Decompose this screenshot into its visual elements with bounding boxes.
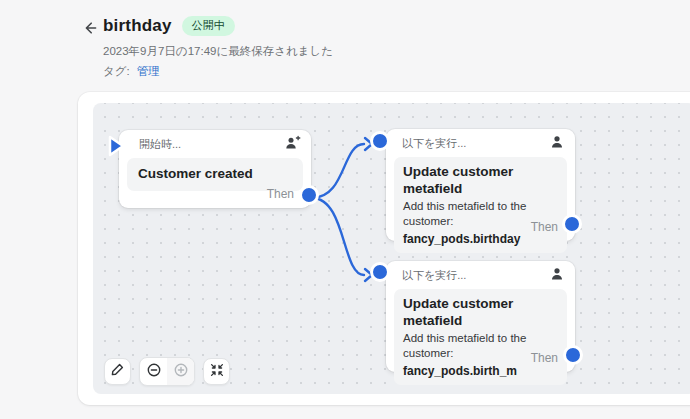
trigger-start-icon [108,135,126,161]
trigger-header-label: 開始時... [139,137,181,152]
trigger-event-name: Customer created [136,165,294,184]
action-header-label: 以下を実行... [402,268,466,283]
action-detail-box: Update customer metafield Add this metaf… [394,157,567,253]
trigger-then-port[interactable] [299,185,319,205]
customer-icon [549,134,565,154]
action1-input-port [370,131,390,151]
page-header: birthday 公開中 2023年9月7日の17:49に最終保存されました タ… [0,0,690,92]
fit-view-icon [209,362,225,382]
action-title: Update customer metafield [403,296,558,330]
plus-circle-icon [173,362,189,382]
customer-icon [549,266,565,286]
action2-input-port [370,262,390,282]
zoom-controls [139,357,195,386]
status-badge: 公開中 [182,16,235,35]
trigger-then-label: Then [267,187,294,201]
last-saved-text: 2023年9月7日の17:49に最終保存されました [103,44,333,59]
minus-circle-icon [146,362,162,382]
zoom-out-button[interactable] [140,358,167,385]
action-detail-box: Update customer metafield Add this metaf… [394,289,567,385]
action-metafield-key: fancy_pods.birth_m [403,364,558,378]
trigger-event-box: Customer created [127,158,303,191]
edit-workflow-button[interactable] [104,358,131,385]
action-then-label: Then [531,220,558,234]
arrow-left-icon [82,20,98,40]
zoom-in-button[interactable] [167,358,194,385]
canvas-toolbar [104,357,230,386]
back-button[interactable] [80,20,100,40]
tags-manage-link[interactable]: 管理 [137,64,160,79]
action-title: Update customer metafield [403,164,558,198]
page-title: birthday [103,16,172,36]
fit-view-button[interactable] [203,358,230,385]
action1-then-port[interactable] [562,214,582,234]
workflow-canvas-panel: 開始時... Customer created Then 以下を実行... [78,92,690,405]
action-header-label: 以下を実行... [402,136,466,151]
action2-then-port[interactable] [563,345,583,365]
action-then-label: Then [531,351,558,365]
trigger-node[interactable]: 開始時... Customer created Then [119,130,311,208]
customer-add-icon [284,135,301,155]
tags-row: タグ: 管理 [103,64,160,79]
pencil-icon [110,362,125,381]
action-node-birthday[interactable]: 以下を実行... Update customer metafield Add t… [386,129,575,241]
tags-label: タグ: [103,64,130,79]
action-node-birth-m[interactable]: 以下を実行... Update customer metafield Add t… [386,261,575,372]
